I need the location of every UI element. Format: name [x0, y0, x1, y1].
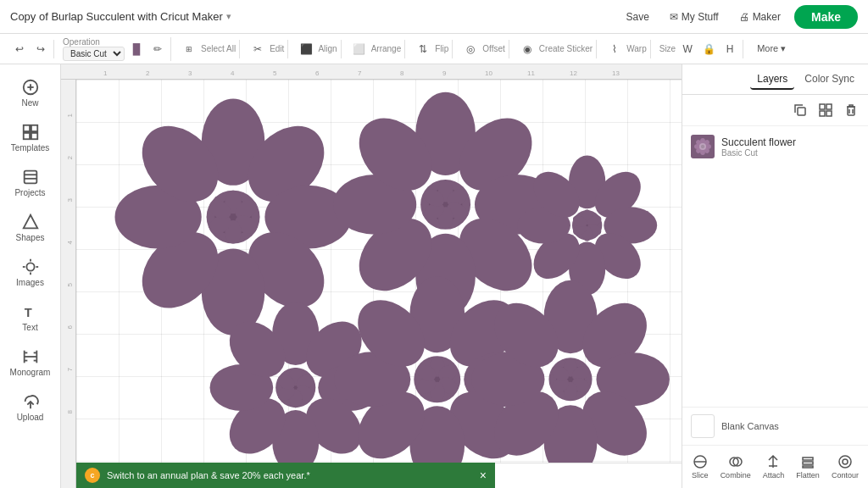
- printer-icon: 🖨: [739, 11, 749, 23]
- my-stuff-button[interactable]: ✉ My Stuff: [663, 8, 726, 26]
- layer-sub: Basic Cut: [721, 148, 860, 158]
- templates-icon: [21, 123, 40, 141]
- svg-rect-124: [820, 111, 825, 116]
- size-group: Size W 🔒 H: [656, 40, 743, 58]
- canvas-content[interactable]: [76, 80, 682, 463]
- arrange-label: Arrange: [371, 44, 402, 53]
- sticker-label: Create Sticker: [539, 44, 593, 53]
- flip-button[interactable]: ⇅: [414, 40, 432, 58]
- sidebar-item-images[interactable]: Images: [5, 251, 56, 294]
- select-all-label: Select All: [201, 44, 236, 53]
- plus-icon: [21, 78, 40, 97]
- sidebar-item-monogram[interactable]: Monogram: [5, 341, 56, 384]
- size-h[interactable]: H: [721, 40, 739, 58]
- operation-select[interactable]: Basic Cut: [63, 47, 125, 61]
- topbar-actions: Save ✉ My Stuff 🖨 Maker Make: [619, 5, 858, 29]
- arrange-button[interactable]: ⬜: [350, 40, 369, 58]
- more-button[interactable]: More ▾: [752, 41, 791, 57]
- svg-rect-3: [23, 125, 29, 131]
- offset-button[interactable]: ◎: [461, 40, 480, 58]
- operation-label: Operation: [63, 37, 125, 47]
- flower-1: [115, 99, 352, 336]
- size-w[interactable]: W: [678, 40, 697, 58]
- size-lock[interactable]: 🔒: [699, 40, 718, 58]
- duplicate-button[interactable]: [790, 100, 810, 120]
- contour-button[interactable]: Contour: [826, 451, 864, 483]
- layer-name: Succulent flower: [721, 136, 860, 148]
- envelope-icon: ✉: [670, 11, 678, 23]
- flip-label: Flip: [435, 44, 448, 53]
- svg-point-147: [843, 459, 848, 464]
- blank-canvas-item[interactable]: Blank Canvas: [682, 407, 868, 445]
- tab-color-sync[interactable]: Color Sync: [798, 69, 861, 90]
- tab-layers[interactable]: Layers: [750, 69, 794, 90]
- save-button[interactable]: Save: [619, 8, 655, 26]
- svg-point-137: [699, 143, 706, 150]
- group-button[interactable]: [815, 100, 836, 120]
- undo-redo-group: ↩ ↪: [7, 40, 54, 58]
- right-tabs: Layers Color Sync: [682, 64, 868, 95]
- layers-list: Succulent flower Basic Cut: [682, 126, 868, 407]
- layer-item[interactable]: Succulent flower Basic Cut: [682, 130, 868, 164]
- operation-pencil[interactable]: ✏: [148, 40, 167, 58]
- delete-button[interactable]: [841, 100, 861, 120]
- redo-button[interactable]: ↪: [31, 40, 50, 58]
- layer-info: Succulent flower Basic Cut: [721, 136, 860, 158]
- edit-button[interactable]: ✂: [248, 40, 267, 58]
- canvas-area[interactable]: 1 2 3 4 5 6 7 8 9 10 11 12 13 1 2 3 4 5 …: [61, 64, 682, 488]
- right-panel: Layers Color Sync: [682, 64, 868, 488]
- sidebar-templates-label: Templates: [11, 143, 50, 152]
- flower-3: [517, 155, 657, 295]
- warp-button[interactable]: ⌇: [605, 40, 624, 58]
- svg-rect-7: [24, 171, 36, 184]
- slice-button[interactable]: Slice: [687, 451, 714, 483]
- maker-button[interactable]: 🖨 Maker: [732, 8, 787, 26]
- align-group: ⬛ Align: [293, 40, 341, 58]
- sticker-button[interactable]: ◉: [518, 40, 537, 58]
- svg-rect-6: [31, 133, 36, 139]
- text-icon: T: [21, 302, 40, 321]
- align-button[interactable]: ⬛: [297, 40, 315, 58]
- svg-rect-121: [798, 108, 805, 115]
- svg-rect-145: [803, 466, 813, 468]
- sidebar-projects-label: Projects: [14, 188, 45, 197]
- undo-button[interactable]: ↩: [10, 40, 29, 58]
- panel-toolbar: [682, 95, 868, 126]
- operation-group: Operation Basic Cut █ ✏: [59, 37, 171, 61]
- attach-button[interactable]: Attach: [758, 451, 790, 483]
- sidebar-item-shapes[interactable]: Shapes: [5, 206, 56, 249]
- svg-rect-143: [803, 458, 813, 460]
- page-title: Copy of Burlap Succulent with Cricut Mak…: [10, 10, 223, 23]
- promo-text: Switch to an annual plan & save 20% each…: [107, 470, 473, 480]
- combine-button[interactable]: Combine: [715, 451, 756, 483]
- svg-text:T: T: [24, 306, 31, 319]
- sidebar-item-templates[interactable]: Templates: [5, 116, 56, 159]
- svg-rect-126: [848, 107, 854, 115]
- edit-label: Edit: [270, 44, 284, 53]
- svg-rect-123: [826, 104, 832, 109]
- top-bar: Copy of Burlap Succulent with Cricut Mak…: [0, 0, 868, 34]
- sidebar-item-text[interactable]: T Text: [5, 296, 56, 339]
- make-button[interactable]: Make: [794, 5, 858, 29]
- promo-close-button[interactable]: ×: [480, 469, 487, 482]
- title-dropdown-icon[interactable]: ▾: [226, 11, 231, 22]
- sidebar-new-label: New: [21, 98, 38, 108]
- promo-banner: c Switch to an annual plan & save 20% ea…: [76, 463, 495, 488]
- monogram-icon: [21, 347, 40, 366]
- images-icon: [21, 258, 40, 276]
- sidebar-item-upload[interactable]: Upload: [5, 385, 56, 429]
- sticker-group: ◉ Create Sticker: [515, 40, 597, 58]
- flatten-button[interactable]: Flatten: [791, 451, 825, 483]
- warp-group: ⌇ Warp: [602, 40, 651, 58]
- upload-icon: [21, 392, 40, 411]
- blank-canvas-label: Blank Canvas: [721, 421, 779, 431]
- edit-group: ✂ Edit: [245, 40, 288, 58]
- operation-color[interactable]: █: [127, 40, 146, 58]
- select-all-button[interactable]: ⊞: [180, 40, 198, 58]
- size-label: Size: [659, 44, 676, 53]
- sidebar-item-new[interactable]: New: [5, 71, 56, 114]
- flowers-svg: [76, 80, 682, 463]
- flip-group: ⇅ Flip: [410, 40, 453, 58]
- sidebar-item-projects[interactable]: Projects: [5, 161, 56, 204]
- title-area: Copy of Burlap Succulent with Cricut Mak…: [10, 10, 612, 23]
